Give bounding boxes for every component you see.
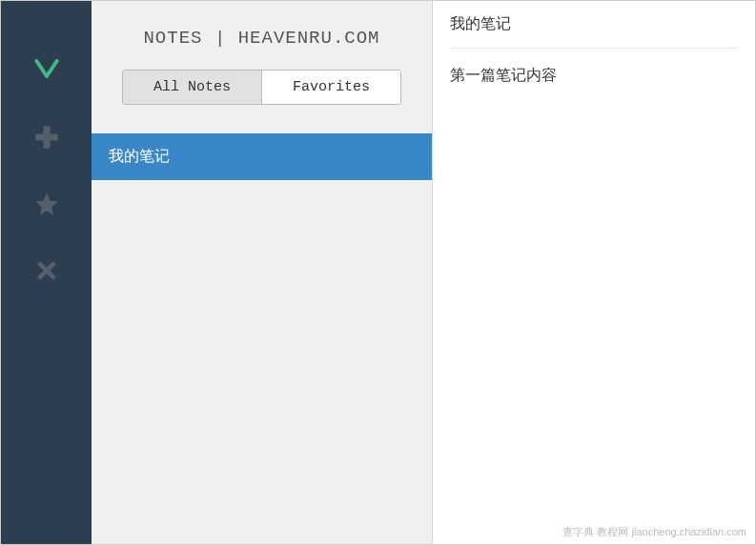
content-title: 我的笔记: [450, 14, 738, 49]
content-panel: 我的笔记 第一篇笔记内容: [433, 1, 755, 544]
close-icon[interactable]: [33, 257, 60, 284]
tab-all-notes[interactable]: All Notes: [123, 71, 262, 104]
watermark: 查字典 教程网 jiaocheng.chazidian.com: [562, 525, 746, 539]
note-list-item[interactable]: 我的笔记: [92, 133, 432, 180]
tabs-container: All Notes Favorites: [122, 70, 401, 105]
plus-icon[interactable]: [33, 124, 60, 151]
notes-panel: NOTES | HEAVENRU.COM All Notes Favorites…: [92, 1, 433, 544]
content-body: 第一篇笔记内容: [450, 66, 738, 86]
sidebar: [1, 1, 92, 544]
star-icon[interactable]: [33, 191, 60, 217]
notes-title: NOTES | HEAVENRU.COM: [92, 28, 432, 49]
tab-favorites[interactable]: Favorites: [262, 71, 400, 104]
notes-header: NOTES | HEAVENRU.COM: [92, 1, 432, 70]
vue-logo-icon[interactable]: [31, 53, 62, 84]
svg-rect-1: [35, 134, 57, 141]
